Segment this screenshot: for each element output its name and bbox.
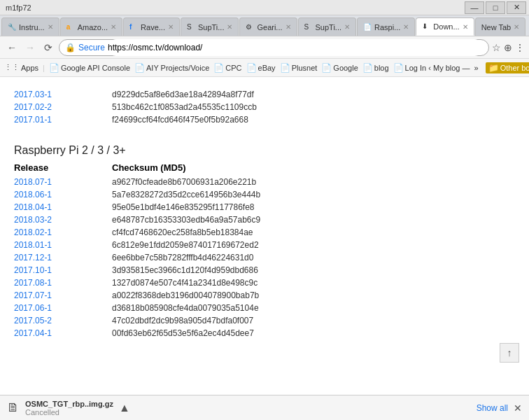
bookmark-login[interactable]: 📄 Log In ‹ My blog —: [393, 63, 470, 73]
secure-label: Secure: [78, 43, 105, 52]
release-link[interactable]: 2018.06-1: [14, 190, 70, 200]
download-expand-arrow[interactable]: ▲: [119, 402, 130, 414]
tab-close-instru[interactable]: ✕: [48, 23, 53, 31]
star-icon[interactable]: ☆: [492, 42, 501, 53]
table-row: 2017.08-1 1327d0874e507c4f41a2341d8e498c…: [14, 278, 515, 288]
release-link[interactable]: 2017.05-2: [14, 316, 70, 326]
release-link[interactable]: 2018.04-1: [14, 202, 70, 212]
download-close-icon[interactable]: ✕: [514, 402, 522, 414]
bookmark-apps[interactable]: ⋮⋮ Apps: [4, 63, 38, 72]
tab-close-newtab[interactable]: ✕: [514, 23, 519, 31]
extension-icon[interactable]: ⊕: [504, 42, 512, 53]
table-row: 2018.07-1 a9627f0cfeade8b67006931a206e22…: [14, 177, 515, 187]
url-input[interactable]: [108, 39, 483, 56]
scroll-up-button[interactable]: ↑: [500, 343, 519, 363]
folder-icon-blog: 📄: [362, 63, 373, 73]
bookmark-blog[interactable]: 📄 blog: [362, 63, 389, 73]
maximize-button[interactable]: □: [486, 1, 505, 14]
menu-icon[interactable]: ⋮: [515, 42, 525, 53]
titlebar: m1fp72 — □ ✕: [0, 0, 529, 15]
folder-icon-aiy: 📄: [134, 63, 145, 73]
table-row: 2017.02-2 513bc462c1f0853ad2a45535c1109c…: [14, 102, 515, 112]
release-link[interactable]: 2018.03-2: [14, 215, 70, 225]
folder-icon-login: 📄: [393, 63, 404, 73]
release-link[interactable]: 2017.03-1: [14, 90, 70, 99]
tab-instru[interactable]: 🔧 Instru... ✕: [1, 18, 59, 36]
reload-button[interactable]: ⟳: [41, 40, 56, 55]
table-row: 2017.07-1 a0022f8368deb3196d004078900bab…: [14, 290, 515, 300]
forward-button[interactable]: →: [22, 40, 38, 55]
hash-value: e648787cb16353303edb46a9a57ab6c9: [112, 215, 260, 225]
release-link[interactable]: 2018.07-1: [14, 177, 70, 187]
hash-value: 47c02dbdf2dc9b98a905d47bdfa0f007: [112, 316, 253, 326]
table-row: 2017.05-2 47c02dbdf2dc9b98a905d47bdfa0f0…: [14, 316, 515, 326]
hash-value: 00fd63eb62f65d53e5f6a2ec4d45dee7: [112, 328, 254, 338]
release-link[interactable]: 2017.10-1: [14, 265, 70, 275]
section-title: Raspberry Pi 2 / 3 / 3+: [14, 144, 515, 157]
hash-value: d36818b085908cfe4da0079035a5104e: [112, 303, 259, 313]
tab-close-rave[interactable]: ✕: [168, 23, 174, 31]
tab-close-amazon[interactable]: ✕: [111, 23, 116, 31]
bookmark-google-label: Google: [333, 64, 358, 72]
table-row: 2017.06-1 d36818b085908cfe4da0079035a510…: [14, 303, 515, 313]
tab-amazon[interactable]: a Amazo... ✕: [60, 18, 122, 36]
tab-close-down[interactable]: ✕: [463, 23, 468, 31]
address-bar: ← → ⟳ 🔒 Secure ☆ ⊕ ⋮: [0, 36, 529, 59]
release-link[interactable]: 2017.04-1: [14, 328, 70, 338]
release-link[interactable]: 2018.02-1: [14, 227, 70, 237]
tab-supti1[interactable]: S SupTi... ✕: [181, 18, 239, 36]
bookmark-plusnet-label: Plusnet: [292, 64, 318, 72]
tab-favicon-down: ⬇: [422, 22, 430, 31]
table-row: 2017.10-1 3d935815ec3966c1d120f4d959dbd6…: [14, 265, 515, 275]
tab-geari[interactable]: ⚙ Geari... ✕: [239, 18, 297, 36]
folder-icon-plusnet: 📄: [280, 63, 290, 73]
page-content[interactable]: 2017.03-1 d9229dc5af8e6d3ae18a42894a8f77…: [0, 77, 529, 395]
download-status: Cancelled: [25, 408, 113, 416]
tab-close-raspi[interactable]: ✕: [403, 23, 409, 31]
bookmark-more[interactable]: »: [474, 64, 479, 72]
bookmark-apps-label: Apps: [21, 64, 38, 72]
bookmark-google-api[interactable]: 📄 Google API Console: [49, 63, 130, 73]
bookmark-google[interactable]: 📄 Google: [321, 63, 358, 73]
table-row: 2017.12-1 6ee6bbe7c58b7282fffb4d46224631…: [14, 253, 515, 262]
hash-value: a0022f8368deb3196d004078900bab7b: [112, 290, 259, 300]
folder-icon-other: 📁: [488, 63, 499, 73]
close-button[interactable]: ✕: [507, 1, 526, 14]
bookmark-ebay[interactable]: 📄 eBay: [246, 63, 276, 73]
tab-newtab[interactable]: New Tab ✕: [475, 18, 526, 36]
bookmark-blog-label: blog: [374, 64, 389, 72]
bookmark-separator-1: |: [43, 64, 45, 72]
tab-favicon-supti1: S: [187, 23, 195, 31]
tab-down[interactable]: ⬇ Down... ✕: [416, 18, 474, 36]
bookmark-ebay-label: eBay: [258, 64, 276, 72]
bookmark-aiy-label: AIY Projects/Voice: [146, 64, 209, 72]
back-button[interactable]: ←: [4, 40, 20, 55]
tabbar: 🔧 Instru... ✕ a Amazo... ✕ f Rave... ✕ S…: [0, 15, 529, 36]
bookmark-other[interactable]: 📁 Other bookmarks: [486, 62, 529, 74]
bookmark-plusnet[interactable]: 📄 Plusnet: [280, 63, 318, 73]
release-link[interactable]: 2017.06-1: [14, 303, 70, 313]
release-link[interactable]: 2017.01-1: [14, 115, 70, 125]
hash-value: 95e05e1bdf4e146e835295f117786fe8: [112, 202, 255, 212]
tab-supti2[interactable]: S SupTi... ✕: [298, 18, 357, 36]
titlebar-username: m1fp72: [6, 4, 31, 12]
tab-rave[interactable]: f Rave... ✕: [123, 18, 180, 36]
tab-favicon-amazon: a: [66, 23, 75, 31]
tab-raspi[interactable]: 📄 Raspi... ✕: [357, 18, 415, 36]
release-link[interactable]: 2017.08-1: [14, 278, 70, 288]
hash-value: cf4fcd7468620ec258fa8b5eb18384ae: [112, 227, 253, 237]
tab-close-geari[interactable]: ✕: [285, 23, 291, 31]
minimize-button[interactable]: —: [465, 1, 484, 14]
show-all-button[interactable]: Show all: [477, 403, 508, 413]
bookmark-aiy[interactable]: 📄 AIY Projects/Voice: [134, 63, 209, 73]
bookmark-cpc[interactable]: 📄 CPC: [213, 63, 241, 73]
release-link[interactable]: 2017.02-2: [14, 102, 70, 112]
tab-close-supti2[interactable]: ✕: [344, 23, 350, 31]
table-row: 2018.01-1 6c812e9e1fdd2059e874017169672e…: [14, 240, 515, 250]
apps-icon: ⋮⋮: [4, 63, 20, 72]
release-link[interactable]: 2017.12-1: [14, 253, 70, 262]
tab-close-supti1[interactable]: ✕: [227, 23, 232, 31]
data-rows: 2018.07-1 a9627f0cfeade8b67006931a206e22…: [14, 177, 515, 338]
release-link[interactable]: 2017.07-1: [14, 290, 70, 300]
release-link[interactable]: 2018.01-1: [14, 240, 70, 250]
